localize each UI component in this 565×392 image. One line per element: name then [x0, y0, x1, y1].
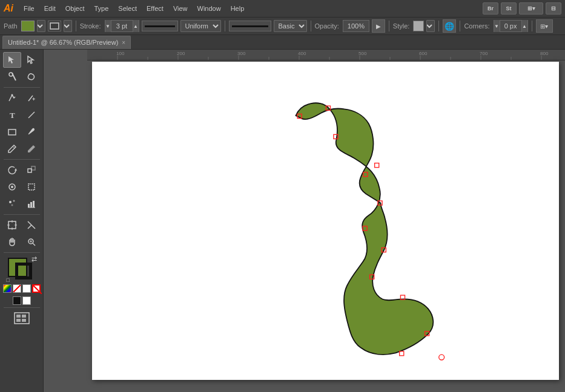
artboard[interactable]: [92, 62, 559, 380]
lasso-tool-btn[interactable]: [22, 69, 41, 85]
tools-panel: + T: [0, 50, 44, 392]
style-dropdown[interactable]: ▾: [426, 20, 435, 32]
type-tool-btn[interactable]: T: [3, 107, 21, 123]
stroke-label: Stroke:: [80, 22, 101, 30]
workspaces-btn[interactable]: ⊞▾: [519, 2, 543, 15]
svg-line-5: [28, 112, 35, 118]
stroke-weight-up[interactable]: ▲: [133, 20, 139, 32]
tools-separator-1: [4, 87, 40, 88]
line-tool-btn[interactable]: [22, 107, 41, 123]
symbol-row: [3, 196, 41, 212]
hand-tool-btn[interactable]: [3, 234, 21, 250]
rectangle-tool-btn[interactable]: [3, 124, 21, 140]
opacity-input[interactable]: [343, 20, 369, 32]
svg-point-12: [11, 186, 13, 188]
search-icon-btn[interactable]: ⊟: [546, 2, 561, 15]
tools-separator-4: [4, 252, 40, 253]
menu-object[interactable]: Object: [61, 3, 89, 14]
swap-colors-btn[interactable]: ⇄: [31, 255, 37, 263]
hand-zoom-row: [3, 234, 41, 250]
stroke-profile-dropdown[interactable]: Basic: [274, 20, 307, 32]
corners-input[interactable]: [500, 20, 521, 32]
black-swatch[interactable]: [13, 296, 21, 305]
zoom-tool-btn[interactable]: [22, 234, 41, 250]
rotate-tool-btn[interactable]: [3, 162, 21, 178]
scale-tool-btn[interactable]: [22, 162, 41, 178]
warp-row: [3, 179, 41, 195]
menu-type[interactable]: Type: [90, 3, 113, 14]
tools-separator-5: [4, 307, 40, 308]
slice-tool-btn[interactable]: [22, 217, 41, 233]
white-swatch[interactable]: [22, 296, 31, 305]
puppet-warp-btn[interactable]: [3, 179, 21, 195]
default-colors-btn[interactable]: □: [7, 277, 10, 283]
blob-brush-tool-btn[interactable]: [22, 141, 41, 157]
arrange-btn[interactable]: ⊞▾: [536, 19, 553, 33]
pencil-tool-btn[interactable]: [3, 141, 21, 157]
fill-stroke-swatches: ⇄ □: [8, 258, 36, 282]
fill-swatch[interactable]: [21, 21, 35, 31]
color-mode-btn[interactable]: [3, 284, 12, 293]
stroke-color-btn[interactable]: [48, 21, 61, 31]
stroke-style-preview[interactable]: [142, 21, 178, 31]
stroke-profile-preview[interactable]: [229, 21, 271, 31]
artboard-tool-btn[interactable]: [3, 217, 21, 233]
magic-wand-tool-btn[interactable]: [3, 69, 21, 85]
tab-close-btn[interactable]: ×: [122, 39, 125, 46]
symbol-sprayer-btn[interactable]: [3, 196, 21, 212]
anchor-right-top[interactable]: [375, 163, 379, 168]
separator-7: [532, 21, 532, 31]
style-swatch[interactable]: [413, 21, 424, 31]
none-mode-btn[interactable]: [13, 284, 21, 293]
white-mode-btn[interactable]: [22, 284, 31, 293]
pen-tool-btn[interactable]: [3, 90, 21, 106]
opacity-label: Opacity:: [315, 22, 339, 30]
paintbrush-tool-btn[interactable]: [22, 124, 41, 140]
menu-bar: Ai File Edit Object Type Select Effect V…: [0, 0, 565, 17]
tab-bar: Untitled-1* @ 66.67% (RGB/Preview) ×: [0, 35, 565, 50]
svg-line-30: [33, 286, 42, 294]
stroke-type-dropdown[interactable]: Uniform: [180, 20, 221, 32]
corners-label: Corners:: [464, 22, 489, 30]
svg-rect-32: [16, 315, 21, 318]
stock-icon-btn[interactable]: St: [501, 2, 517, 15]
select-tool-btn[interactable]: [3, 52, 21, 68]
menu-window[interactable]: Window: [193, 3, 225, 14]
corners-input-group: ▼ ▲: [494, 20, 528, 32]
anchor-bottom-mid[interactable]: [400, 351, 404, 356]
change-screen-mode-btn[interactable]: [13, 310, 31, 326]
stroke-weight-down[interactable]: ▼: [105, 20, 111, 32]
menu-select[interactable]: Select: [114, 3, 141, 14]
bridge-icon-btn[interactable]: Br: [483, 2, 498, 15]
free-transform-btn[interactable]: [22, 179, 41, 195]
document-tab[interactable]: Untitled-1* @ 66.67% (RGB/Preview) ×: [2, 36, 131, 49]
corners-down[interactable]: ▼: [494, 20, 500, 32]
menu-file[interactable]: File: [19, 3, 39, 14]
type-row: T: [3, 107, 41, 123]
canvas-area[interactable]: 100 200 300 400 500 600: [44, 50, 565, 392]
menu-effect[interactable]: Effect: [142, 3, 168, 14]
menu-view[interactable]: View: [169, 3, 192, 14]
svg-rect-17: [28, 204, 30, 207]
stroke-weight-input[interactable]: [111, 20, 133, 32]
stroke-color-box[interactable]: [15, 263, 32, 279]
direct-select-tool-btn[interactable]: [22, 52, 41, 68]
svg-point-15: [13, 200, 15, 202]
svg-text:T: T: [10, 111, 15, 120]
none-fill-btn[interactable]: [32, 284, 41, 293]
svg-rect-36: [87, 50, 565, 60]
stroke-color-dropdown[interactable]: ▾: [64, 20, 72, 32]
wand-lasso-row: [3, 69, 41, 85]
globe-icon-btn[interactable]: 🌐: [443, 19, 456, 33]
add-anchor-tool-btn[interactable]: +: [22, 90, 41, 106]
graph-tool-btn[interactable]: [22, 196, 41, 212]
opacity-expand-btn[interactable]: ▶: [372, 19, 385, 33]
separator-5: [438, 21, 439, 31]
menu-edit[interactable]: Edit: [40, 3, 60, 14]
fill-dropdown[interactable]: ▾: [37, 20, 45, 32]
corners-up[interactable]: ▲: [521, 20, 527, 32]
origin-marker: [439, 354, 444, 360]
main-shape[interactable]: [296, 103, 433, 354]
menu-help[interactable]: Help: [226, 3, 249, 14]
svg-text:800: 800: [540, 51, 549, 56]
